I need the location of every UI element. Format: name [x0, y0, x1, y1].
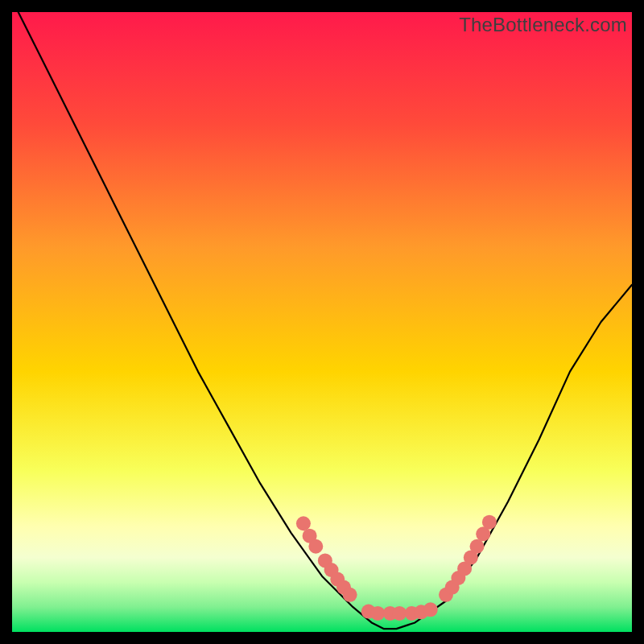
data-point	[308, 539, 323, 554]
data-point	[423, 602, 438, 617]
chart-frame: TheBottleneck.com	[12, 12, 632, 632]
gradient-background	[12, 12, 632, 632]
data-point	[370, 606, 385, 621]
watermark-text: TheBottleneck.com	[459, 14, 627, 36]
data-point	[470, 539, 485, 554]
data-point	[392, 606, 407, 621]
bottleneck-chart	[12, 12, 632, 632]
data-point	[343, 588, 357, 602]
data-point	[482, 515, 497, 530]
data-point	[296, 516, 311, 530]
